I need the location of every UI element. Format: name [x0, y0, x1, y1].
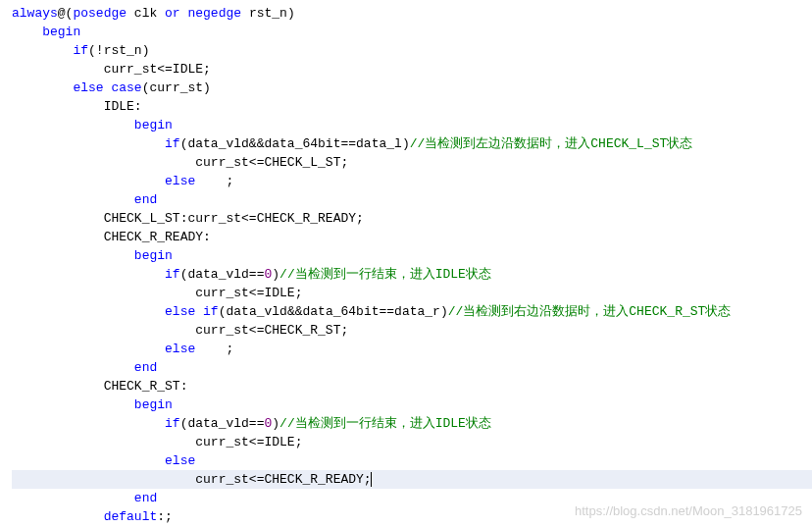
- code-token: else: [165, 304, 195, 319]
- code-token: (data_vld&&data_64bit==data_r): [219, 304, 448, 319]
- code-line: curr_st<=IDLE;: [12, 60, 812, 79]
- code-token: if: [165, 136, 180, 151]
- code-token: end: [134, 360, 157, 375]
- code-line: if(data_vld==0)//当检测到一行结束，进入IDLE状态: [12, 414, 812, 433]
- code-token: else: [73, 80, 103, 95]
- code-line: begin: [12, 116, 812, 134]
- code-line: always@(posedge clk or negedge rst_n): [12, 4, 812, 23]
- text-cursor: [371, 472, 372, 487]
- code-token: curr_st<=IDLE;: [195, 435, 302, 449]
- code-token: if: [165, 267, 180, 282]
- code-token: else: [165, 453, 195, 468]
- code-token: (data_vld==: [180, 416, 265, 431]
- code-line: curr_st<=IDLE;: [12, 284, 812, 302]
- code-token: negedge: [187, 6, 241, 21]
- code-line: end: [12, 358, 812, 377]
- code-token: //当检测到左边沿数据时，进入CHECK_L_ST状态: [410, 136, 693, 151]
- code-token: curr_st<=CHECK_R_READY;: [195, 472, 371, 487]
- code-token: curr_st<=CHECK_R_ST;: [195, 323, 348, 338]
- code-token: default: [104, 509, 158, 524]
- code-line: curr_st<=CHECK_R_READY;: [12, 470, 812, 489]
- code-token: [195, 304, 203, 319]
- code-token: if: [165, 416, 180, 431]
- code-token: rst_n): [241, 6, 295, 21]
- code-token: CHECK_R_READY:: [104, 230, 211, 244]
- code-token: @(: [58, 6, 74, 21]
- code-token: (curr_st): [142, 80, 211, 95]
- code-token: ): [272, 416, 279, 431]
- code-token: //当检测到一行结束，进入IDLE状态: [279, 416, 491, 431]
- code-line: curr_st<=CHECK_R_ST;: [12, 321, 812, 340]
- code-token: end: [134, 192, 157, 207]
- code-token: ;: [195, 342, 233, 356]
- code-line: begin: [12, 246, 812, 265]
- code-token: end: [134, 491, 157, 505]
- code-token: curr_st<=CHECK_L_ST;: [195, 155, 348, 170]
- code-token: ;: [195, 174, 233, 188]
- code-line: CHECK_R_ST:: [12, 377, 812, 396]
- code-token: CHECK_L_ST:curr_st<=CHECK_R_READY;: [104, 211, 364, 226]
- code-token: begin: [42, 25, 80, 39]
- code-editor: always@(posedge clk or negedge rst_n) be…: [0, 0, 812, 528]
- code-line: else if(data_vld&&data_64bit==data_r)//当…: [12, 302, 812, 321]
- code-line: default:;: [12, 507, 812, 526]
- code-token: curr_st<=IDLE;: [195, 286, 302, 300]
- code-line: begin: [12, 23, 812, 41]
- code-token: ): [272, 267, 279, 282]
- code-line: if(!rst_n): [12, 41, 812, 60]
- code-line: curr_st<=CHECK_L_ST;: [12, 153, 812, 172]
- code-line: CHECK_L_ST:curr_st<=CHECK_R_READY;: [12, 209, 812, 228]
- code-token: begin: [134, 397, 173, 412]
- code-line: if(data_vld==0)//当检测到一行结束，进入IDLE状态: [12, 265, 812, 284]
- code-token: begin: [134, 248, 173, 263]
- code-token: clk: [127, 6, 165, 21]
- code-token: :;: [157, 509, 173, 524]
- code-line: else ;: [12, 340, 812, 358]
- code-token: begin: [134, 118, 173, 132]
- code-line: CHECK_R_READY:: [12, 228, 812, 246]
- code-token: //当检测到一行结束，进入IDLE状态: [279, 267, 491, 282]
- code-token: //当检测到右边沿数据时，进入CHECK_R_ST状态: [448, 304, 732, 319]
- code-line: if(data_vld&&data_64bit==data_l)//当检测到左边…: [12, 134, 812, 153]
- code-line: end: [12, 489, 812, 507]
- code-token: CHECK_R_ST:: [104, 379, 188, 394]
- code-token: if: [73, 43, 88, 58]
- code-token: or: [165, 6, 180, 21]
- code-line: end: [12, 190, 812, 209]
- code-token: (data_vld&&data_64bit==data_l): [180, 136, 410, 151]
- code-token: else: [165, 342, 195, 356]
- code-token: case: [111, 80, 141, 95]
- code-line: else ;: [12, 172, 812, 190]
- code-token: IDLE:: [104, 99, 142, 114]
- code-line: curr_st<=IDLE;: [12, 433, 812, 451]
- code-token: if: [203, 304, 219, 319]
- code-token: else: [165, 174, 195, 188]
- code-token: always: [12, 6, 58, 21]
- code-token: curr_st<=IDLE;: [104, 62, 211, 77]
- code-token: posedge: [73, 6, 127, 21]
- code-line: else: [12, 451, 812, 470]
- code-line: begin: [12, 396, 812, 414]
- code-token: (data_vld==: [180, 267, 265, 282]
- code-line: else case(curr_st): [12, 79, 812, 97]
- code-line: IDLE:: [12, 97, 812, 116]
- code-token: (!rst_n): [88, 43, 149, 58]
